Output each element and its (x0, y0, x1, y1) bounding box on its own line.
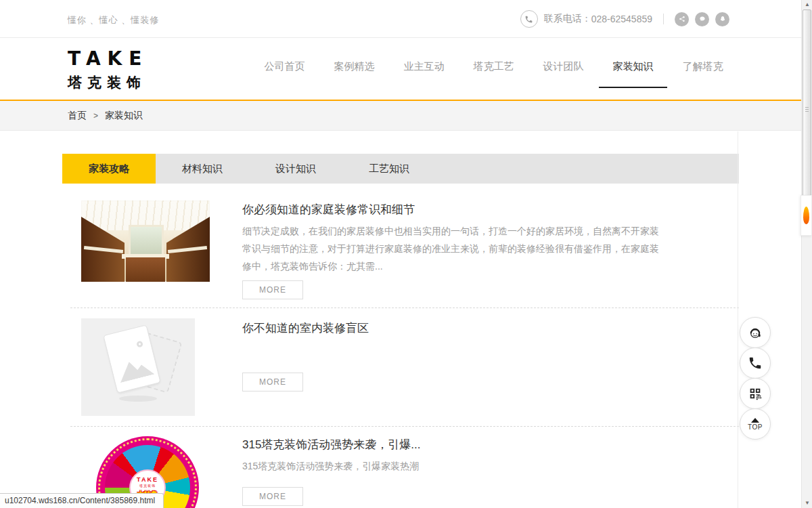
top-label: TOP (748, 423, 763, 431)
social-links (675, 12, 729, 26)
kitchen-island (126, 257, 165, 282)
phone-icon (748, 356, 763, 371)
wheel-sub-text: 塔克装饰 (139, 484, 156, 489)
article-text-column: 你必须知道的家庭装修常识和细节 细节决定成败，在我们的家居装修中也相当实用的一句… (242, 200, 739, 299)
tab-home-strategy[interactable]: 家装攻略 (62, 154, 156, 184)
content-right-edge-line (738, 131, 738, 508)
logo-text-en: TAKE (68, 47, 148, 70)
article-thumbnail-placeholder[interactable] (81, 318, 195, 416)
nav-item-craft[interactable]: 塔克工艺 (459, 38, 528, 100)
contact-number: 028-62545859 (591, 14, 652, 24)
wheel-brand-text: TAKE (137, 476, 158, 483)
breadcrumb-home[interactable]: 首页 (68, 110, 87, 122)
article-text-column: 315塔克装饰活动强势来袭，引爆... 315塔克装饰活动强势来袭，引爆家装热潮… (242, 433, 739, 508)
edge-floating-widget[interactable] (800, 195, 812, 236)
article-row: 你必须知道的家庭装修常识和细节 细节决定成败，在我们的家居装修中也相当实用的一句… (62, 184, 739, 308)
nav-item-interaction[interactable]: 业主互动 (389, 38, 459, 100)
article-excerpt: 315塔克装饰活动强势来袭，引爆家装热潮 (242, 457, 659, 475)
nav-item-home[interactable]: 公司首页 (250, 38, 319, 100)
topbar-right: 联系电话： 028-62545859 (520, 0, 729, 38)
article-thumbnail-kitchen[interactable] (81, 200, 210, 282)
placeholder-mountain-icon (116, 356, 154, 383)
tab-craft[interactable]: 工艺知识 (342, 154, 436, 184)
article-row: 你不知道的室内装修盲区 MORE (62, 308, 739, 426)
phone-circle-icon (520, 10, 538, 28)
back-to-top-button[interactable]: TOP (740, 408, 771, 440)
browser-status-bar: u102704.wds168.cn/Content/385869.html (0, 493, 164, 508)
topbar: 懂你 、懂心 、懂装修 联系电话： 028-62545859 (0, 0, 812, 38)
qrcode-button[interactable] (740, 378, 771, 409)
site-logo[interactable]: TAKE 塔克装饰 (68, 47, 148, 92)
up-arrow-icon (751, 418, 759, 423)
tab-design[interactable]: 设计知识 (249, 154, 342, 184)
site-slogan: 懂你 、懂心 、懂装修 (68, 14, 159, 26)
article-title[interactable]: 你不知道的室内装修盲区 (242, 320, 739, 336)
scrollbar-thumb[interactable] (803, 9, 811, 210)
nav-item-knowledge[interactable]: 家装知识 (598, 38, 668, 100)
breadcrumb-separator: > (93, 111, 98, 121)
phone-button[interactable] (740, 347, 771, 379)
main-content: 家装攻略 材料知识 设计知识 工艺知识 你必须知道的家庭装修常识和细节 细节决定… (62, 154, 739, 508)
nav-item-about[interactable]: 了解塔克 (668, 38, 738, 100)
article-thumb-column (81, 200, 242, 299)
breadcrumb-current[interactable]: 家装知识 (105, 110, 143, 122)
qq-icon[interactable] (715, 12, 729, 26)
tab-material[interactable]: 材料知识 (156, 154, 249, 184)
breadcrumb: 首页 > 家装知识 (0, 101, 812, 131)
browser-scrollbar[interactable]: ▲ ▼ (801, 0, 812, 508)
scrollbar-down-arrow[interactable]: ▼ (802, 499, 812, 507)
article-title[interactable]: 315塔克装饰活动强势来袭，引爆... (242, 437, 739, 452)
wechat-icon[interactable] (695, 12, 709, 26)
logo-text-cn: 塔克装饰 (68, 73, 148, 92)
headset-icon (748, 325, 763, 340)
main-nav: 公司首页 案例精选 业主互动 塔克工艺 设计团队 家装知识 了解塔克 (250, 38, 738, 100)
placeholder-shadow (119, 396, 157, 402)
customer-service-button[interactable] (740, 317, 771, 348)
more-button[interactable]: MORE (242, 487, 303, 506)
qrcode-icon (748, 386, 763, 401)
nav-item-team[interactable]: 设计团队 (528, 38, 598, 100)
share-icon[interactable] (675, 12, 689, 26)
article-excerpt: 细节决定成败，在我们的家居装修中也相当实用的一句话，打造一个好的家居环境，自然离… (242, 222, 659, 275)
header: TAKE 塔克装饰 公司首页 案例精选 业主互动 塔克工艺 设计团队 家装知识 … (0, 38, 812, 100)
scrollbar-grip (805, 107, 809, 112)
article-text-column: 你不知道的室内装修盲区 MORE (242, 317, 739, 416)
contact-label: 联系电话： (544, 13, 591, 25)
more-button[interactable]: MORE (242, 373, 303, 391)
article-thumb-column (81, 317, 242, 416)
topbar-divider (663, 14, 664, 24)
nav-item-cases[interactable]: 案例精选 (319, 38, 389, 100)
scrollbar-up-arrow[interactable]: ▲ (802, 1, 812, 9)
floating-toolbar: TOP (740, 317, 771, 439)
article-title[interactable]: 你必须知道的家庭装修常识和细节 (242, 202, 739, 217)
category-tabs: 家装攻略 材料知识 设计知识 工艺知识 (62, 154, 739, 184)
placeholder-sun-icon (136, 341, 143, 348)
more-button[interactable]: MORE (242, 280, 303, 299)
flame-icon (803, 207, 809, 224)
